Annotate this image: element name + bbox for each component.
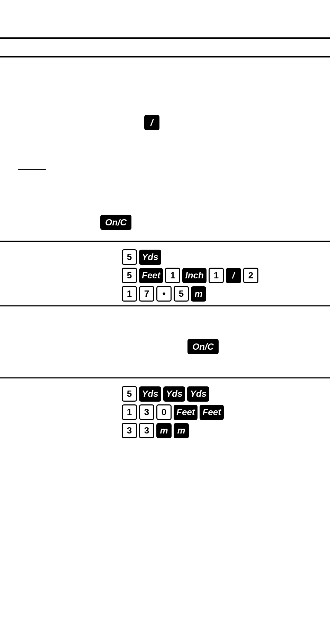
short-underline-1 (18, 169, 46, 170)
divider-line-1 (0, 241, 330, 242)
key-7-r3: 7 (139, 286, 154, 302)
key-m-r3: m (191, 286, 206, 302)
key-slash-r2: / (226, 268, 241, 283)
key-yds1-s2r1: Yds (139, 386, 161, 402)
divider-line-3 (0, 377, 330, 378)
key-feet2-s2r2: Feet (200, 405, 223, 420)
key-row-2-2: 1 3 0 Feet Feet (121, 404, 224, 421)
top-line-2 (0, 56, 330, 57)
key-inch-r2: Inch (182, 268, 206, 283)
key-m1-s2r3: m (156, 423, 172, 438)
key-dot-r3: • (156, 286, 172, 302)
slash-icon-1: / (144, 114, 160, 131)
onc-label-2[interactable]: On/C (187, 339, 219, 354)
key-5-r1: 5 (122, 249, 137, 265)
key-yds-r1: Yds (139, 250, 161, 265)
key-1-r3: 1 (122, 286, 137, 302)
keys-display-2: 5 Yds Yds Yds 1 3 0 Feet Feet 3 3 m m (121, 385, 224, 440)
key-m2-s2r3: m (174, 423, 189, 438)
key-row-1-2: 5 Feet 1 Inch 1 / 2 (121, 267, 259, 284)
key-1-r2a: 1 (165, 268, 180, 283)
key-3-s2r2: 3 (139, 404, 154, 420)
key-yds2-s2r1: Yds (163, 386, 185, 402)
onc-label-1[interactable]: On/C (100, 215, 131, 230)
key-5-r2: 5 (122, 268, 137, 283)
key-5-s2r1: 5 (122, 386, 137, 402)
key-row-2-3: 3 3 m m (121, 422, 224, 439)
key-3b-s2r3: 3 (139, 423, 154, 438)
key-row-2-1: 5 Yds Yds Yds (121, 385, 224, 402)
onc-button-1[interactable]: On/C (100, 214, 132, 231)
key-3a-s2r3: 3 (122, 423, 137, 438)
key-1-s2r2: 1 (122, 404, 137, 420)
key-feet-r2: Feet (139, 268, 163, 283)
key-feet1-s2r2: Feet (174, 405, 198, 420)
divider-line-2 (0, 305, 330, 306)
key-2-r2: 2 (243, 268, 258, 283)
key-row-1-1: 5 Yds (121, 249, 259, 266)
key-0-s2r2: 0 (156, 404, 172, 420)
keys-display-1: 5 Yds 5 Feet 1 Inch 1 / 2 1 7 • 5 m (121, 249, 259, 304)
slash-key-1: / (144, 115, 159, 130)
top-line-1 (0, 37, 330, 39)
key-yds3-s2r1: Yds (187, 386, 209, 402)
key-1-r2b: 1 (209, 268, 224, 283)
key-5-r3: 5 (174, 286, 189, 302)
onc-button-2[interactable]: On/C (187, 338, 219, 355)
key-row-1-3: 1 7 • 5 m (121, 285, 259, 302)
